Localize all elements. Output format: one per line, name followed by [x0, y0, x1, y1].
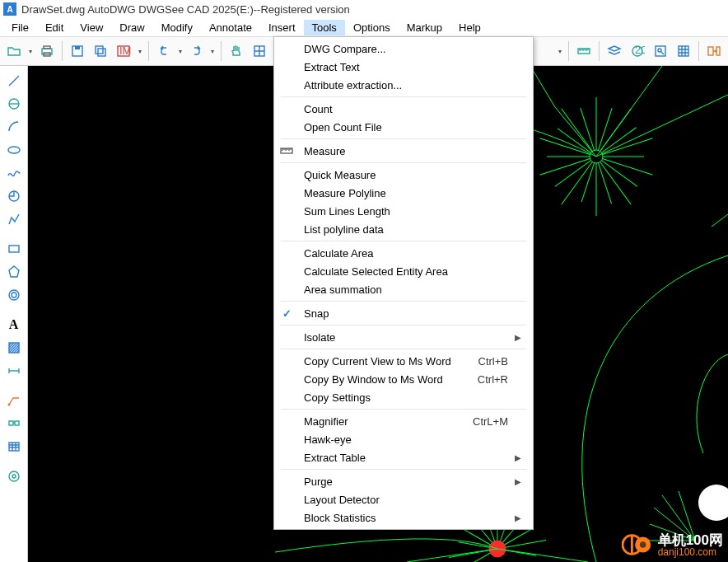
- grid-table-button[interactable]: [673, 40, 694, 62]
- menu-view[interactable]: View: [72, 20, 111, 35]
- menu-item-purge[interactable]: Purge▶: [274, 472, 533, 490]
- polygon-tool-icon[interactable]: [4, 262, 24, 282]
- toolbar-separator: [62, 41, 63, 61]
- line-tool-icon[interactable]: [4, 71, 24, 91]
- copy-button[interactable]: [90, 40, 111, 62]
- menu-item-label: List polyline data: [299, 223, 513, 236]
- menu-file[interactable]: File: [3, 20, 37, 35]
- print-button[interactable]: [36, 40, 58, 62]
- undo-button[interactable]: [153, 40, 175, 62]
- menu-item-label: Sum Lines Length: [299, 205, 513, 218]
- svg-rect-4: [75, 46, 80, 49]
- circle-tool-icon[interactable]: [4, 94, 24, 114]
- submenu-arrow-icon: ▶: [513, 477, 523, 486]
- rectangle-tool-icon[interactable]: [4, 239, 24, 259]
- spline-tool-icon[interactable]: [4, 163, 24, 183]
- watermark-text: 单机100网: [658, 533, 723, 547]
- menu-item-label: Purge: [299, 475, 513, 488]
- tools-menu-dropdown: DWG Compare...Extract TextAttribute extr…: [273, 36, 534, 530]
- svg-text:20: 20: [635, 44, 645, 56]
- ruler-button[interactable]: [573, 40, 595, 62]
- menu-item-label: Layout Detector: [299, 494, 513, 506]
- image-export-button[interactable]: IMG: [113, 40, 134, 62]
- split-circle-tool-icon[interactable]: [4, 186, 24, 206]
- convert-button[interactable]: [703, 40, 725, 62]
- menu-modify[interactable]: Modify: [153, 20, 201, 35]
- menu-draw[interactable]: Draw: [111, 20, 152, 35]
- watermark-logo-icon: [622, 529, 653, 560]
- history-button[interactable]: 20: [627, 40, 648, 62]
- menu-item-label: Attribute extraction...: [299, 79, 513, 91]
- menu-item-count[interactable]: Count: [274, 100, 533, 118]
- menu-item-list-polyline-data[interactable]: List polyline data: [274, 220, 533, 238]
- menu-item-extract-table[interactable]: Extract Table▶: [274, 448, 533, 466]
- layers-button[interactable]: [604, 40, 625, 62]
- svg-text:IMG: IMG: [119, 44, 131, 57]
- open-button[interactable]: [3, 40, 25, 62]
- menu-options[interactable]: Options: [345, 20, 399, 35]
- menu-tools[interactable]: Tools: [304, 20, 345, 35]
- hatch-tool-icon[interactable]: [4, 338, 24, 358]
- menu-item-calculate-selected-entity-area[interactable]: Calculate Selected Entity Area: [274, 262, 533, 280]
- text-tool-icon[interactable]: A: [4, 315, 24, 335]
- menu-item-dwg-compare[interactable]: DWG Compare...: [274, 40, 533, 58]
- target-tool-icon[interactable]: [4, 466, 24, 486]
- leader-tool-icon[interactable]: [4, 391, 24, 410]
- save-button[interactable]: [67, 40, 88, 62]
- menu-item-open-count-file[interactable]: Open Count File: [274, 118, 533, 136]
- image-dropdown-icon[interactable]: ▾: [136, 40, 144, 62]
- menu-markup[interactable]: Markup: [399, 20, 450, 35]
- menu-item-snap[interactable]: ✓Snap: [274, 304, 533, 322]
- svg-rect-5: [96, 46, 103, 54]
- menu-item-label: Measure: [299, 145, 513, 157]
- toolbar-separator: [568, 41, 569, 61]
- menu-item-measure[interactable]: Measure: [274, 142, 533, 160]
- svg-point-24: [12, 293, 16, 297]
- menu-annotate[interactable]: Annotate: [201, 20, 260, 35]
- menu-item-attribute-extraction[interactable]: Attribute extraction...: [274, 76, 533, 94]
- menu-item-copy-by-window-to-ms-word[interactable]: Copy By Window to Ms WordCtrl+R: [274, 370, 533, 388]
- check-icon: ✓: [282, 307, 292, 320]
- undo-dropdown-icon[interactable]: ▾: [176, 40, 184, 62]
- svg-rect-1: [44, 46, 50, 49]
- menu-item-block-statistics[interactable]: Block Statistics▶: [274, 508, 533, 527]
- ellipse-tool-icon[interactable]: [4, 140, 24, 160]
- svg-rect-28: [15, 421, 19, 425]
- menu-insert[interactable]: Insert: [260, 20, 304, 35]
- ring-tool-icon[interactable]: [4, 285, 24, 305]
- svg-point-30: [9, 471, 19, 481]
- menu-item-area-summation[interactable]: Area summation: [274, 280, 533, 298]
- find-button[interactable]: [650, 40, 671, 62]
- menu-item-layout-detector[interactable]: Layout Detector: [274, 490, 533, 508]
- menu-item-label: Calculate Area: [299, 247, 513, 260]
- menu-item-magnifier[interactable]: MagnifierCtrL+M: [274, 412, 533, 430]
- menu-help[interactable]: Help: [450, 20, 489, 35]
- redo-dropdown-icon[interactable]: ▾: [208, 40, 217, 62]
- polyline-tool-icon[interactable]: [4, 209, 24, 229]
- block-tool-icon[interactable]: [4, 414, 24, 433]
- zoom-extents-button[interactable]: [249, 40, 270, 62]
- menu-item-sum-lines-length[interactable]: Sum Lines Length: [274, 202, 533, 220]
- arc-tool-icon[interactable]: [4, 117, 24, 137]
- menu-item-calculate-area[interactable]: Calculate Area: [274, 244, 533, 262]
- redo-button[interactable]: [186, 40, 208, 62]
- layer-dropdown-icon[interactable]: ▾: [556, 40, 564, 62]
- menu-item-quick-measure[interactable]: Quick Measure: [274, 166, 533, 184]
- menu-item-measure-polyline[interactable]: Measure Polyline: [274, 184, 533, 202]
- pan-button[interactable]: [226, 40, 247, 62]
- menu-item-label: Magnifier: [299, 415, 473, 428]
- menu-item-isolate[interactable]: Isolate▶: [274, 328, 533, 346]
- menu-item-extract-text[interactable]: Extract Text: [274, 58, 533, 76]
- menu-item-copy-current-view-to-ms-word[interactable]: Copy Current View to Ms WordCtrl+B: [274, 352, 533, 370]
- menu-item-hawk-eye[interactable]: Hawk-eye: [274, 430, 533, 448]
- open-dropdown-icon[interactable]: ▾: [26, 40, 35, 62]
- table-tool-icon[interactable]: [4, 437, 24, 457]
- svg-point-15: [658, 49, 661, 52]
- svg-rect-29: [9, 443, 19, 451]
- menu-edit[interactable]: Edit: [37, 20, 72, 35]
- title-bar: A DrawSet.dwg AutoDWG DWGSee CAD 2025(E:…: [0, 0, 728, 18]
- menu-item-copy-settings[interactable]: Copy Settings: [274, 388, 533, 406]
- dimension-tool-icon[interactable]: [4, 361, 24, 381]
- menu-item-label: Isolate: [299, 331, 513, 344]
- menu-item-label: Area summation: [299, 283, 513, 296]
